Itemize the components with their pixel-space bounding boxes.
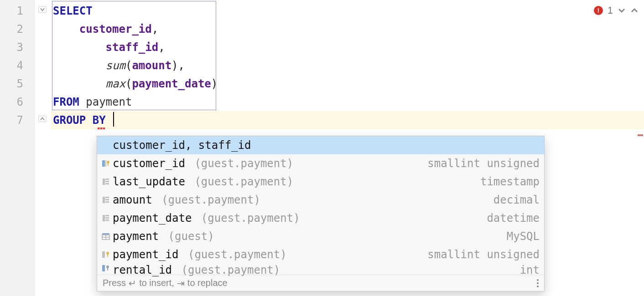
error-icon: ! (594, 6, 603, 15)
svg-rect-13 (105, 215, 109, 216)
inspection-widget[interactable]: ! 1 (594, 5, 639, 16)
svg-rect-5 (105, 179, 109, 180)
error-stripe-marker[interactable] (638, 134, 643, 136)
column-icon (99, 177, 113, 186)
svg-rect-12 (103, 215, 105, 221)
identifier: staff_id (106, 41, 159, 54)
completion-context: (guest.payment) (182, 248, 287, 261)
completion-label: amount (113, 194, 152, 206)
svg-rect-20 (102, 251, 105, 258)
column-key-icon (99, 159, 113, 168)
svg-rect-1 (105, 160, 106, 167)
line-number: 7 (0, 111, 34, 129)
completion-item[interactable]: payment_date (guest.payment) datetime (97, 209, 544, 227)
completion-context: (guest.payment) (155, 194, 260, 206)
completion-label: customer_id (113, 157, 185, 170)
svg-rect-22 (107, 254, 108, 257)
completion-item[interactable]: customer_id, staff_id (97, 136, 544, 154)
svg-rect-9 (105, 197, 109, 198)
fold-toggle-icon[interactable] (38, 116, 47, 122)
fold-toggle-icon[interactable] (38, 6, 47, 13)
completion-type: MySQL (507, 230, 540, 243)
line-gutter: 1 2 3 4 5 6 7 (0, 0, 35, 296)
completion-hint: Press ↵ to insert, ⇥ to replace (97, 275, 544, 291)
svg-rect-11 (105, 201, 109, 203)
completion-item[interactable]: payment (guest) MySQL (97, 227, 544, 245)
completion-item[interactable]: customer_id (guest.payment) smallint uns… (97, 154, 544, 173)
table-ref: payment (86, 96, 132, 108)
code-line[interactable]: max(payment_date) (51, 75, 644, 93)
line-number: 3 (0, 38, 34, 56)
completion-label: last_update (113, 175, 185, 188)
line-number: 6 (0, 93, 34, 111)
fold-gutter (35, 0, 51, 296)
line-number: 5 (0, 75, 34, 93)
column-key-icon (99, 250, 113, 259)
svg-rect-6 (105, 181, 109, 182)
completion-popup[interactable]: customer_id, staff_id customer_id (guest… (97, 136, 545, 291)
svg-rect-8 (103, 197, 105, 203)
completion-item[interactable]: amount (guest.payment) decimal (97, 191, 544, 209)
line-number: 2 (0, 20, 34, 38)
error-count: 1 (608, 5, 613, 16)
svg-rect-14 (105, 217, 109, 219)
identifier: payment_date (132, 77, 211, 90)
tab-key-icon: ⇥ (177, 278, 185, 289)
completion-type: datetime (487, 212, 540, 225)
line-number: 4 (0, 56, 34, 75)
enter-key-icon: ↵ (129, 278, 136, 289)
svg-rect-15 (105, 219, 109, 221)
function: max (106, 77, 125, 90)
completion-label: payment_id (113, 248, 179, 261)
completion-type: smallint unsigned (427, 248, 540, 261)
completion-context: (guest.payment) (175, 264, 280, 276)
svg-rect-16 (102, 233, 109, 235)
keyword: GROUP BY (53, 114, 106, 127)
completion-label: customer_id, staff_id (113, 139, 251, 152)
column-icon (99, 214, 113, 223)
column-key-icon (99, 264, 113, 273)
identifier: amount (132, 59, 171, 72)
keyword: FROM (53, 96, 79, 108)
completion-type: timestamp (480, 175, 540, 188)
svg-rect-10 (105, 199, 109, 200)
completion-context: (guest) (161, 230, 214, 243)
sql-editor[interactable]: 1 2 3 4 5 6 7 SELECT customer_id, staff_… (0, 0, 644, 296)
completion-item[interactable]: rental_id (guest.payment) int (97, 264, 544, 275)
keyword: SELECT (53, 5, 93, 17)
completion-label: rental_id (113, 264, 172, 276)
code-line[interactable]: staff_id, (51, 38, 644, 56)
completion-type: smallint unsigned (427, 157, 540, 170)
svg-rect-25 (107, 268, 108, 270)
completion-label: payment (113, 230, 159, 243)
svg-rect-3 (108, 163, 109, 166)
line-number: 1 (0, 2, 34, 20)
chevron-down-icon[interactable] (618, 6, 626, 15)
column-icon (99, 195, 113, 204)
completion-label: payment_date (113, 212, 192, 225)
completion-type: int (520, 264, 540, 276)
error-squiggle (98, 128, 105, 129)
more-options-icon[interactable] (537, 279, 539, 287)
completion-type: decimal (493, 194, 540, 206)
chevron-up-icon[interactable] (630, 6, 639, 15)
svg-rect-23 (102, 265, 105, 271)
completion-context: (guest.payment) (188, 175, 293, 188)
svg-rect-4 (103, 179, 105, 185)
svg-rect-7 (105, 183, 109, 184)
svg-rect-0 (102, 160, 105, 167)
text-caret (113, 112, 114, 127)
completion-item[interactable]: last_update (guest.payment) timestamp (97, 173, 544, 191)
identifier: customer_id (79, 23, 152, 36)
code-line-active[interactable]: GROUP BY (51, 111, 644, 129)
completion-context: (guest.payment) (188, 157, 293, 170)
function: sum (106, 59, 125, 72)
code-line[interactable]: customer_id, (51, 20, 644, 38)
code-line[interactable]: sum(amount), (51, 56, 644, 75)
completion-item[interactable]: payment_id (guest.payment) smallint unsi… (97, 245, 544, 264)
code-line[interactable]: FROM payment (51, 93, 644, 111)
completion-context: (guest.payment) (194, 212, 300, 225)
code-line[interactable]: SELECT (51, 2, 644, 20)
table-icon (99, 232, 113, 241)
